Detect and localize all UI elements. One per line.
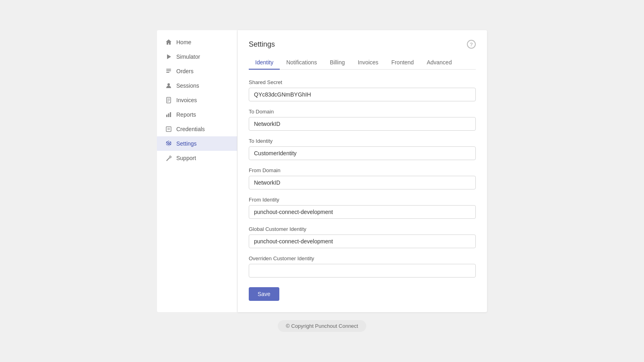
user-icon — [165, 82, 172, 89]
shared-secret-label: Shared Secret — [249, 79, 476, 85]
sidebar-label-sessions: Sessions — [176, 82, 199, 89]
svg-rect-0 — [166, 69, 171, 70]
global-customer-identity-label: Global Customer Identity — [249, 226, 476, 232]
svg-rect-10 — [170, 112, 171, 117]
to-domain-group: To Domain — [249, 109, 476, 131]
sidebar-item-invoices[interactable]: Invoices — [157, 93, 237, 107]
page-wrapper: Home Simulator — [0, 0, 644, 362]
sidebar-label-support: Support — [176, 155, 196, 161]
content-area: Home Simulator — [157, 30, 487, 312]
tab-frontend[interactable]: Frontend — [385, 56, 420, 70]
sidebar-item-home[interactable]: Home — [157, 35, 237, 49]
settings-form: Shared Secret To Domain To Identity From… — [249, 79, 476, 301]
credentials-icon — [165, 125, 172, 133]
from-domain-input[interactable] — [249, 176, 476, 189]
tab-billing[interactable]: Billing — [323, 56, 351, 70]
from-domain-label: From Domain — [249, 167, 476, 173]
overriden-customer-identity-label: Overriden Customer Identity — [249, 255, 476, 261]
sidebar-item-orders[interactable]: Orders — [157, 64, 237, 78]
copyright-text: © Copyright Punchout Connect — [278, 320, 366, 332]
sidebar-label-simulator: Simulator — [176, 53, 200, 60]
svg-rect-2 — [166, 72, 169, 73]
home-icon — [165, 39, 172, 46]
global-customer-identity-group: Global Customer Identity — [249, 226, 476, 248]
sidebar-item-support[interactable]: Support — [157, 151, 237, 165]
play-icon — [165, 53, 172, 60]
overriden-customer-identity-group: Overriden Customer Identity — [249, 255, 476, 278]
svg-rect-1 — [166, 70, 171, 71]
svg-rect-11 — [166, 127, 171, 132]
tab-advanced[interactable]: Advanced — [420, 56, 458, 70]
sidebar-label-reports: Reports — [176, 111, 196, 118]
sidebar-label-credentials: Credentials — [176, 126, 205, 132]
tab-invoices[interactable]: Invoices — [351, 56, 385, 70]
sidebar-label-invoices: Invoices — [176, 97, 197, 103]
gear-icon — [165, 140, 172, 147]
tab-notifications[interactable]: Notifications — [280, 56, 323, 70]
to-identity-group: To Identity — [249, 138, 476, 160]
panel-header: Settings ? — [249, 40, 476, 49]
main-container: Home Simulator — [157, 30, 487, 332]
sidebar-item-simulator[interactable]: Simulator — [157, 49, 237, 64]
sidebar-label-orders: Orders — [176, 68, 194, 74]
main-panel: Settings ? Identity Notifications Billin… — [237, 30, 487, 312]
sidebar: Home Simulator — [157, 30, 237, 312]
global-customer-identity-input[interactable] — [249, 234, 476, 248]
svg-rect-8 — [166, 115, 167, 117]
sidebar-item-sessions[interactable]: Sessions — [157, 78, 237, 93]
from-domain-group: From Domain — [249, 167, 476, 189]
from-identity-input[interactable] — [249, 205, 476, 219]
invoice-icon — [165, 97, 172, 104]
to-domain-input[interactable] — [249, 117, 476, 131]
sidebar-label-settings: Settings — [176, 140, 197, 147]
from-identity-label: From Identity — [249, 197, 476, 203]
to-domain-label: To Domain — [249, 109, 476, 115]
to-identity-label: To Identity — [249, 138, 476, 144]
from-identity-group: From Identity — [249, 197, 476, 219]
page-title: Settings — [249, 40, 275, 49]
sidebar-item-settings[interactable]: Settings — [157, 136, 237, 151]
save-button[interactable]: Save — [249, 287, 279, 301]
svg-point-3 — [167, 83, 170, 86]
shared-secret-input[interactable] — [249, 88, 476, 101]
help-icon[interactable]: ? — [467, 40, 476, 49]
shared-secret-group: Shared Secret — [249, 79, 476, 101]
orders-icon — [165, 68, 172, 75]
sidebar-item-reports[interactable]: Reports — [157, 107, 237, 122]
tab-identity[interactable]: Identity — [249, 56, 280, 70]
tabs-bar: Identity Notifications Billing Invoices … — [249, 56, 476, 70]
reports-icon — [165, 111, 172, 118]
overriden-customer-identity-input[interactable] — [249, 264, 476, 278]
sidebar-label-home: Home — [176, 39, 191, 45]
svg-rect-9 — [168, 113, 169, 117]
to-identity-input[interactable] — [249, 146, 476, 160]
footer: © Copyright Punchout Connect — [278, 320, 366, 332]
sidebar-item-credentials[interactable]: Credentials — [157, 122, 237, 136]
wrench-icon — [165, 154, 172, 162]
